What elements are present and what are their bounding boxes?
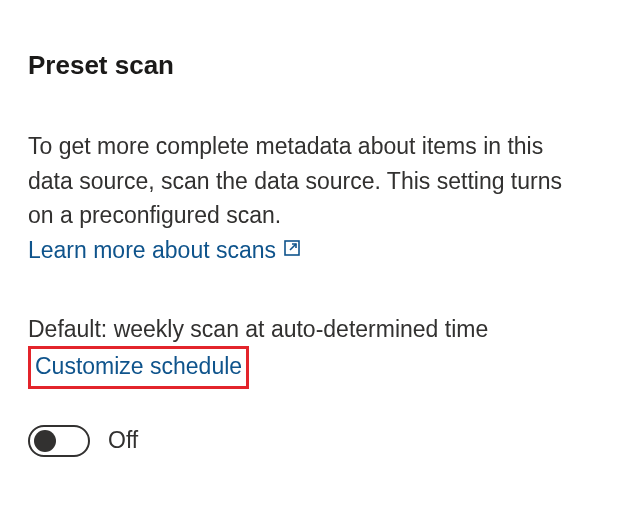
default-schedule-prefix: Default: weekly scan at auto-determined … [28,316,488,342]
preset-scan-toggle[interactable] [28,425,90,457]
toggle-row: Off [28,425,593,457]
external-link-icon [282,237,302,264]
learn-more-label: Learn more about scans [28,237,276,264]
toggle-state-label: Off [108,427,138,454]
preset-scan-heading: Preset scan [28,50,593,81]
learn-more-link[interactable]: Learn more about scans [28,237,302,264]
preset-scan-description: To get more complete metadata about item… [28,129,593,233]
toggle-knob [34,430,56,452]
customize-schedule-link[interactable]: Customize schedule [35,353,242,379]
default-schedule-text: Default: weekly scan at auto-determined … [28,312,593,389]
customize-highlight: Customize schedule [28,346,249,389]
